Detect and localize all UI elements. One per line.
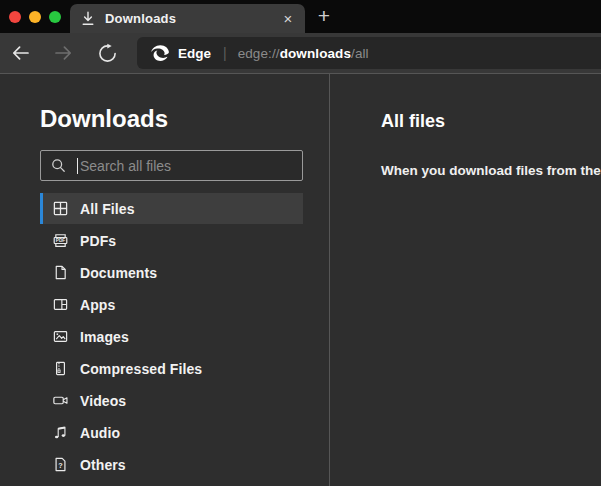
sidebar-item-images[interactable]: Images	[40, 321, 303, 352]
search-input[interactable]	[41, 151, 302, 180]
panel-title: All files	[381, 111, 601, 132]
sidebar-item-label: All Files	[80, 201, 135, 217]
url-scheme: edge://	[238, 46, 280, 61]
all-files-panel: All files When you download files from t…	[330, 74, 601, 486]
url-path: /all	[351, 46, 369, 61]
sidebar-item-label: Compressed Files	[80, 361, 202, 377]
sidebar-item-label: Images	[80, 329, 129, 345]
zip-file-icon	[52, 360, 69, 377]
sidebar-item-label: Others	[80, 457, 126, 473]
browser-tab-downloads[interactable]: Downloads ×	[70, 4, 305, 33]
browser-toolbar: Edge | edge://downloads/all	[0, 33, 601, 73]
brand-label: Edge	[178, 46, 211, 61]
svg-text:?: ?	[58, 461, 62, 470]
music-notes-icon	[52, 424, 69, 441]
category-list: All Files PDF PDFs	[40, 193, 303, 480]
text-caret	[77, 158, 78, 174]
reload-button[interactable]	[96, 42, 118, 64]
url-host: downloads	[280, 46, 351, 61]
document-icon	[52, 264, 69, 281]
image-icon	[52, 328, 69, 345]
arrow-left-icon	[9, 42, 31, 64]
close-window-button[interactable]	[9, 11, 21, 23]
sidebar-item-label: Apps	[80, 297, 115, 313]
svg-text:PDF: PDF	[56, 238, 66, 243]
new-tab-button[interactable]: +	[311, 3, 337, 29]
sidebar-item-compressed-files[interactable]: Compressed Files	[40, 353, 303, 384]
address-separator: |	[223, 45, 227, 61]
question-file-icon: ?	[52, 456, 69, 473]
forward-button[interactable]	[53, 42, 75, 64]
back-button[interactable]	[9, 42, 31, 64]
page-title: Downloads	[40, 106, 329, 132]
address-bar[interactable]: Edge | edge://downloads/all	[137, 37, 601, 69]
sidebar-item-audio[interactable]: Audio	[40, 417, 303, 448]
tab-title: Downloads	[105, 11, 280, 26]
arrow-right-icon	[53, 42, 75, 64]
sidebar-item-pdfs[interactable]: PDF PDFs	[40, 225, 303, 256]
edge-logo-icon	[151, 44, 169, 62]
empty-state-message: When you download files from the	[381, 163, 601, 178]
minimize-window-button[interactable]	[29, 11, 41, 23]
search-box	[40, 150, 303, 181]
sidebar-item-label: PDFs	[80, 233, 116, 249]
video-camera-icon	[52, 392, 69, 409]
sidebar-item-others[interactable]: ? Others	[40, 449, 303, 480]
sidebar-item-videos[interactable]: Videos	[40, 385, 303, 416]
downloads-page: Downloads All Files	[0, 73, 601, 486]
grid-icon	[52, 200, 69, 217]
traffic-lights	[9, 11, 61, 23]
sidebar-item-label: Audio	[80, 425, 120, 441]
sidebar-item-label: Videos	[80, 393, 126, 409]
url-text: edge://downloads/all	[238, 46, 369, 61]
apps-window-icon	[52, 296, 69, 313]
tab-bar: Downloads × +	[0, 0, 601, 33]
download-icon	[80, 10, 96, 27]
zoom-window-button[interactable]	[49, 11, 61, 23]
sidebar-item-apps[interactable]: Apps	[40, 289, 303, 320]
search-icon	[51, 158, 66, 173]
sidebar-item-label: Documents	[80, 265, 157, 281]
sidebar-item-all-files[interactable]: All Files	[40, 193, 303, 224]
downloads-sidebar: Downloads All Files	[0, 74, 330, 486]
sidebar-item-documents[interactable]: Documents	[40, 257, 303, 288]
close-tab-icon[interactable]: ×	[280, 11, 296, 26]
pdf-file-icon: PDF	[52, 232, 69, 249]
reload-icon	[97, 43, 118, 64]
